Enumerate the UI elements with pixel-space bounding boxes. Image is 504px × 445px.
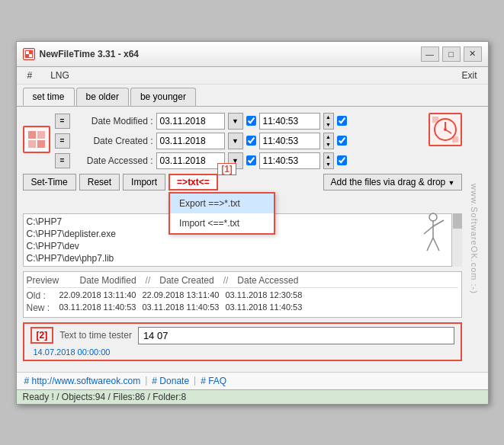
tester-box: [2] Text to time tester 14.07.2018 00:00… (23, 322, 462, 361)
import-button[interactable]: Import (123, 174, 165, 190)
eq-modified-button[interactable]: = (55, 114, 70, 129)
export-button[interactable]: =>txt<= (169, 174, 218, 190)
tab-set-time[interactable]: set time (23, 88, 75, 106)
figure-decoration (416, 210, 450, 264)
tester-row: [2] Text to time tester (30, 327, 454, 344)
close-button[interactable]: ✕ (464, 46, 482, 62)
preview-old-row: Old : 22.09.2018 13:11:40 22.09.2018 13:… (27, 290, 458, 302)
date-modified-input[interactable] (156, 113, 225, 130)
main-body: = Date Modified : ▼ ▲ ▼ (23, 113, 482, 366)
scrollbar[interactable] (451, 213, 462, 267)
date-created-input[interactable] (156, 133, 225, 149)
checkbox-accessed[interactable] (246, 155, 256, 165)
checkbox-modified[interactable] (246, 116, 256, 126)
new-accessed: 03.11.2018 11:40:53 (225, 303, 302, 313)
checkbox-accessed-time[interactable] (337, 155, 347, 165)
new-modified: 03.11.2018 11:40:53 (59, 303, 136, 313)
status-text: Ready ! / Objects:94 / Files:86 / Folder… (23, 392, 187, 402)
main-content: = Date Modified : ▼ ▲ ▼ (17, 107, 488, 372)
date-accessed-input[interactable] (156, 152, 225, 169)
menu-exit[interactable]: Exit (457, 69, 481, 82)
date-accessed-label: Date Accessed : (73, 155, 153, 166)
checkbox-created[interactable] (246, 136, 256, 146)
sep1: // (146, 275, 151, 286)
svg-line-19 (427, 238, 433, 251)
calendar-modified-button[interactable]: ▼ (228, 113, 243, 130)
spin-up-icon[interactable]: ▲ (324, 114, 333, 121)
svg-rect-2 (29, 54, 32, 57)
menu-hash[interactable]: # (23, 69, 37, 82)
footer-link-donate[interactable]: # Donate (149, 375, 192, 387)
list-item: C:\PHP7\dev (27, 240, 458, 252)
checkbox-accessed-time-wrap (337, 155, 347, 165)
svg-rect-14 (452, 136, 458, 142)
old-created: 22.09.2018 13:11:40 (142, 290, 219, 301)
maximize-button[interactable]: □ (442, 46, 461, 62)
spin-up-created-icon[interactable]: ▲ (324, 133, 333, 141)
spin-created[interactable]: ▲ ▼ (323, 133, 334, 149)
title-bar: NewFileTime 3.31 - x64 — □ ✕ (17, 42, 488, 67)
spin-modified[interactable]: ▲ ▼ (323, 113, 334, 130)
footer-link-website[interactable]: # http://www.softwareok.com (21, 375, 144, 387)
tab-be-younger[interactable]: be younger (130, 88, 196, 106)
svg-rect-1 (26, 51, 29, 54)
svg-line-20 (433, 238, 439, 251)
checkbox-modified-time[interactable] (337, 116, 347, 126)
spin-up-accessed-icon[interactable]: ▲ (324, 153, 333, 161)
old-modified: 22.09.2018 13:11:40 (59, 290, 136, 301)
toolbar-wrapper: Set-Time Reset Import =>txt<= [1] Export… (23, 174, 462, 190)
checkbox-created-time-wrap (337, 136, 347, 146)
add-files-button[interactable]: Add the files via drag & drop ▼ (323, 174, 461, 190)
svg-rect-6 (28, 140, 36, 148)
minimize-button[interactable]: — (421, 46, 439, 62)
export-menu-item[interactable]: Export ==>*.txt (170, 194, 274, 213)
time-accessed-input[interactable] (259, 152, 320, 169)
spin-down-created-icon[interactable]: ▼ (324, 141, 333, 149)
window-title: NewFileTime 3.31 - x64 (40, 49, 416, 59)
tabs-bar: set time be older be younger (17, 85, 488, 107)
svg-line-17 (424, 226, 433, 234)
eq-accessed-button[interactable]: = (55, 153, 70, 168)
svg-rect-4 (28, 131, 36, 139)
spin-down-accessed-icon[interactable]: ▼ (324, 161, 333, 168)
checkbox-modified-wrap (246, 116, 256, 126)
svg-rect-13 (432, 117, 438, 123)
tester-label: [2] (30, 327, 54, 344)
preview-header: Preview Date Modified // Date Created //… (27, 275, 458, 288)
checkbox-modified-time-wrap (337, 116, 347, 126)
tab-be-older[interactable]: be older (76, 88, 129, 106)
calendar-created-button[interactable]: ▼ (228, 133, 243, 149)
main-window: NewFileTime 3.31 - x64 — □ ✕ # LNG Exit … (16, 41, 489, 405)
reset-button[interactable]: Reset (79, 174, 120, 190)
time-created-input[interactable] (259, 133, 320, 149)
new-label: New : (27, 303, 53, 313)
spin-down-icon[interactable]: ▼ (324, 121, 333, 129)
scrollbar-thumb[interactable] (453, 213, 462, 229)
old-accessed: 03.11.2018 12:30:58 (225, 290, 302, 301)
add-files-dropdown-icon: ▼ (448, 179, 455, 187)
checkbox-created-time[interactable] (337, 136, 347, 146)
date-modified-label: Date Modified : (73, 116, 153, 126)
preview-new-row: New : 03.11.2018 11:40:53 03.11.2018 11:… (27, 302, 458, 314)
menu-lng[interactable]: LNG (46, 69, 74, 82)
svg-rect-5 (37, 131, 45, 139)
set-time-button[interactable]: Set-Time (23, 174, 76, 190)
menu-bar: # LNG Exit (17, 67, 488, 85)
old-label: Old : (27, 290, 53, 301)
date-accessed-row: = Date Accessed : ▼ ▲ ▼ (55, 152, 424, 169)
eq-created-button[interactable]: = (55, 133, 70, 149)
date-modified-row: = Date Modified : ▼ ▲ ▼ (55, 113, 424, 130)
export-dropdown-menu: Export ==>*.txt Import <==*.txt (169, 192, 275, 235)
import-menu-item[interactable]: Import <==*.txt (170, 213, 274, 233)
svg-rect-7 (37, 140, 45, 148)
time-modified-input[interactable] (259, 113, 320, 130)
spin-accessed[interactable]: ▲ ▼ (323, 152, 334, 169)
tester-input[interactable] (138, 327, 454, 344)
footer-links: # http://www.softwareok.com | # Donate |… (17, 372, 488, 389)
checkbox-created-wrap (246, 136, 256, 146)
date-created-row: = Date Created : ▼ ▲ ▼ (55, 133, 424, 149)
svg-point-15 (429, 213, 437, 221)
label1-badge: [1] (217, 163, 236, 175)
checkbox-accessed-wrap (246, 155, 256, 165)
footer-link-faq[interactable]: # FAQ (197, 375, 230, 387)
